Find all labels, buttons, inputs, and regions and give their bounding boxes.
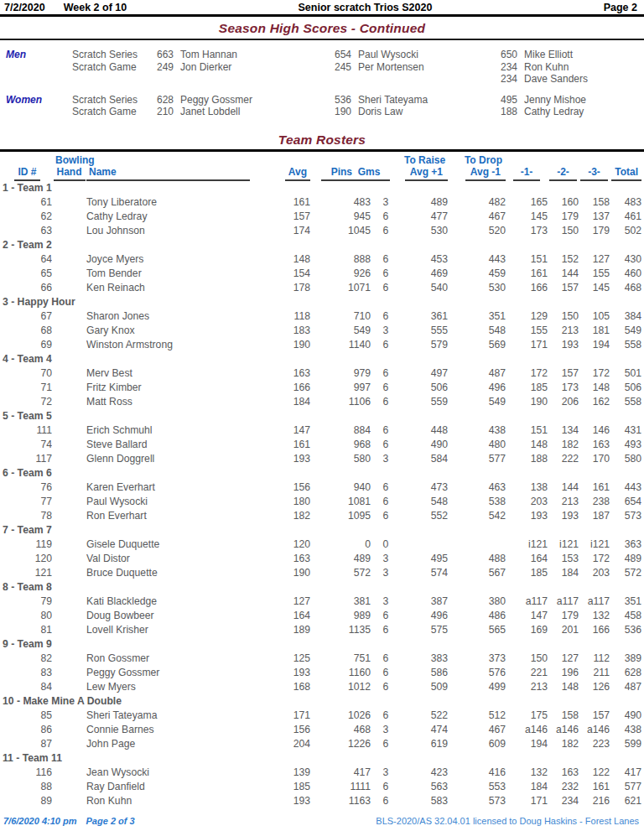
player-game-3: 145 (579, 281, 610, 295)
player-total: 458 (610, 609, 641, 623)
player-bowling-hand (52, 509, 86, 523)
player-pins: 1140 (310, 338, 371, 352)
high-score-player-name (174, 73, 331, 86)
player-gms: 3 (371, 324, 401, 338)
player-to-raise: 579 (401, 338, 448, 352)
player-game-2: 184 (548, 566, 579, 580)
player-bowling-hand (52, 195, 86, 210)
player-bowling-hand (52, 281, 86, 295)
player-row: 69Winston Armstrong190114065795691711931… (3, 338, 641, 352)
player-row: 76Karen Everhart156940647346313814416144… (3, 480, 641, 495)
player-avg: 156 (279, 480, 310, 495)
player-game-3: a146 (579, 723, 610, 737)
player-to-drop: 565 (448, 623, 506, 637)
player-game-2: a117 (548, 595, 579, 609)
player-to-drop: 482 (448, 195, 506, 210)
player-id: 77 (3, 495, 52, 509)
high-score-value: 245 (331, 61, 351, 74)
high-score-player-name: Mike Elliott (517, 49, 644, 61)
player-name: Doug Bowbeer (86, 609, 279, 623)
high-scores-row: Scratch Game249Jon Dierker245Per Mortens… (0, 61, 644, 74)
team-header-row: 11 - Team 11 (3, 751, 641, 766)
player-to-raise: 473 (401, 480, 448, 495)
player-row: 81Lovell Krisher189113565755651692011665… (3, 623, 641, 637)
player-avg: 171 (279, 709, 310, 723)
player-id: 66 (3, 281, 52, 295)
footer-print-info: 7/6/2020 4:10 pm Page 2 of 3 (0, 816, 135, 826)
player-to-raise: 509 (401, 680, 448, 694)
player-to-drop: 373 (448, 652, 506, 666)
player-game-3: 163 (579, 438, 610, 452)
team-name: 6 - Team 6 (3, 466, 641, 480)
player-row: 119Gisele Duquette12000i121i121i121363 (3, 538, 641, 552)
player-to-raise: 506 (401, 381, 448, 395)
player-to-raise: 574 (401, 566, 448, 580)
player-to-raise: 584 (401, 452, 448, 466)
team-name: 4 - Team 4 (3, 352, 641, 366)
player-name: Tony Liberatore (86, 195, 279, 210)
player-row: 77Paul Wysocki18010816548538203213238654 (3, 495, 641, 509)
player-id: 76 (3, 480, 52, 495)
player-row: 63Lou Johnson17410456530520173150179502 (3, 224, 641, 238)
player-to-drop: 576 (448, 666, 506, 680)
player-pins: 945 (310, 210, 371, 224)
high-score-player-name: Dave Sanders (517, 73, 644, 86)
player-id: 88 (3, 780, 52, 794)
player-name: Kati Blackledge (86, 595, 279, 609)
player-bowling-hand (52, 680, 86, 694)
player-total: 572 (610, 566, 641, 580)
player-avg: 185 (279, 780, 310, 794)
player-game-3: 105 (579, 309, 610, 324)
player-name: Fritz Kimber (86, 381, 279, 395)
player-gms: 6 (371, 780, 401, 794)
player-total: 628 (610, 666, 641, 680)
player-avg: 156 (279, 723, 310, 737)
player-bowling-hand (52, 666, 86, 680)
player-game-2: 160 (548, 195, 579, 210)
player-avg: 180 (279, 495, 310, 509)
player-name: Ron Gossmer (86, 652, 279, 666)
column-header-id: ID # (3, 153, 52, 181)
player-row: 83Peggy Gossmer1931160658657622119621162… (3, 666, 641, 680)
player-to-drop: 548 (448, 324, 506, 338)
player-avg: 157 (279, 210, 310, 224)
player-pins: 468 (310, 723, 371, 737)
player-to-drop: 467 (448, 723, 506, 737)
player-to-drop: 567 (448, 566, 506, 580)
player-id: 116 (3, 766, 52, 780)
player-to-drop: 351 (448, 309, 506, 324)
player-game-3: 162 (579, 395, 610, 409)
player-game-3: 137 (579, 210, 610, 224)
player-total: 599 (610, 737, 641, 751)
gender-label: Women (0, 94, 72, 106)
player-name: Gisele Duquette (86, 538, 279, 552)
week-label: Week 2 of 10 (64, 2, 127, 13)
player-avg: 189 (279, 623, 310, 637)
player-name: Winston Armstrong (86, 338, 279, 352)
player-row: 68Gary Knox1835493555548155213181549 (3, 324, 641, 338)
player-pins: 1095 (310, 509, 371, 523)
player-game-2: 157 (548, 366, 579, 381)
player-gms: 0 (371, 538, 401, 552)
player-to-drop: 569 (448, 338, 506, 352)
player-game-2: i121 (548, 538, 579, 552)
player-game-1: 213 (506, 680, 548, 694)
player-game-1: 185 (506, 381, 548, 395)
high-scores-row: Scratch Game210Janet Lobdell190Doris Law… (0, 106, 644, 118)
player-game-1: 132 (506, 766, 548, 780)
player-game-3: 187 (579, 509, 610, 523)
roster-table: ID # BowlingHand Name Avg Pins Gms To Ra… (3, 153, 641, 808)
player-total: 489 (610, 552, 641, 566)
player-game-1: 172 (506, 366, 548, 381)
player-to-drop: 512 (448, 709, 506, 723)
footer-page-info: Page 2 of 3 (86, 816, 135, 826)
player-game-1: a117 (506, 595, 548, 609)
team-name: 10 - Make Mine A Double (3, 694, 641, 709)
player-name: Jean Wysocki (86, 766, 279, 780)
player-row: 79Kati Blackledge1273813387380a117a117a1… (3, 595, 641, 609)
player-bowling-hand (52, 609, 86, 623)
high-scores-row: 234Dave Sanders (0, 73, 644, 86)
player-to-drop: 438 (448, 423, 506, 438)
team-header-row: 6 - Team 6 (3, 466, 641, 480)
player-to-drop: 538 (448, 495, 506, 509)
